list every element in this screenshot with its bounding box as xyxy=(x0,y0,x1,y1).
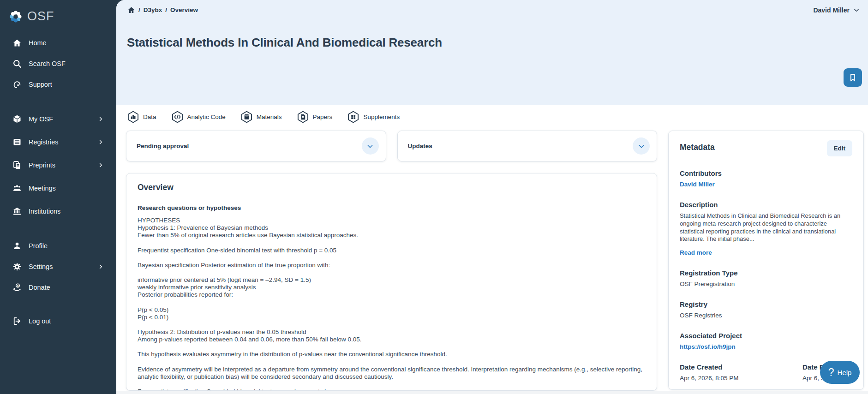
tab-supplements[interactable]: Supplements xyxy=(347,111,400,123)
chevron-right-icon xyxy=(97,139,104,145)
metadata-panel: Metadata Edit Contributors David Miller … xyxy=(668,131,864,390)
registration-type-value: OSF Preregistration xyxy=(680,281,852,287)
pending-approval-expand-button[interactable] xyxy=(362,137,379,155)
sidebar-item-log-out[interactable]: Log out xyxy=(0,310,116,331)
overview-heading: Overview xyxy=(138,183,646,192)
tab-materials[interactable]: Materials xyxy=(241,111,282,123)
code-icon xyxy=(172,111,183,123)
osf-logo[interactable]: OSF xyxy=(0,0,116,27)
registry-section: Registry OSF Registries xyxy=(680,300,852,319)
data-chart-icon xyxy=(127,111,139,123)
resource-tabs: Data Analytic Code Materials xyxy=(116,105,868,123)
sidebar-item-institutions[interactable]: Institutions xyxy=(0,200,116,223)
sidebar-item-label: Meetings xyxy=(29,185,56,192)
sidebar-item-search-osf[interactable]: Search OSF xyxy=(0,53,116,74)
page-bottom-strip xyxy=(116,391,868,394)
page-title: Statistical Methods In Clinical And Biom… xyxy=(127,36,868,50)
breadcrumb: / D3ybx / Overview David Miller xyxy=(116,0,868,14)
chevron-down-icon xyxy=(366,143,374,150)
chevron-right-icon xyxy=(97,263,104,270)
breadcrumb-separator: / xyxy=(138,6,140,13)
associated-project-link[interactable]: https://osf.io/h9jpn xyxy=(680,343,852,350)
tab-label: Data xyxy=(143,113,156,120)
sidebar-item-support[interactable]: Support xyxy=(0,74,116,95)
overview-body: HYPOTHESES Hypothesis 1: Prevalence of B… xyxy=(138,217,646,391)
sidebar-item-donate[interactable]: $ Donate xyxy=(0,277,116,298)
sidebar-item-profile[interactable]: Profile xyxy=(0,235,116,256)
breadcrumb-separator: / xyxy=(165,6,167,13)
overview-paragraph: This hypothesis evaluates asymmetry in t… xyxy=(138,351,646,358)
read-more-link[interactable]: Read more xyxy=(680,249,852,256)
sidebar-item-preprints[interactable]: Preprints xyxy=(0,154,116,177)
osf-logo-text: OSF xyxy=(27,9,54,24)
tab-data[interactable]: Data xyxy=(127,111,156,123)
page-header-band: / D3ybx / Overview David Miller Statisti… xyxy=(116,0,868,105)
metadata-heading: Metadata xyxy=(680,143,715,152)
sidebar-item-label: Donate xyxy=(29,284,50,291)
sidebar: OSF Home Search OSF xyxy=(0,0,116,394)
contributor-link[interactable]: David Miller xyxy=(680,181,852,188)
breadcrumb-current-page: Overview xyxy=(170,6,198,13)
profile-person-icon xyxy=(12,241,22,251)
updates-label: Updates xyxy=(408,143,432,149)
updates-dropdown[interactable]: Updates xyxy=(397,131,658,161)
sidebar-item-label: Support xyxy=(29,81,52,88)
updates-expand-button[interactable] xyxy=(633,137,650,155)
registration-type-label: Registration Type xyxy=(680,269,852,277)
search-icon xyxy=(12,59,22,68)
question-mark-icon: ? xyxy=(828,366,834,379)
sidebar-item-settings[interactable]: Settings xyxy=(0,256,116,277)
meetings-people-icon xyxy=(12,184,22,193)
overview-paragraph: Frequentist specification One-sided bino… xyxy=(138,247,646,254)
user-name: David Miller xyxy=(813,6,850,14)
overview-paragraph: Frequentist specification One-sided bino… xyxy=(138,388,646,391)
edit-metadata-button[interactable]: Edit xyxy=(827,140,853,156)
support-headset-icon xyxy=(12,80,22,89)
cube-icon xyxy=(12,114,22,124)
home-icon[interactable] xyxy=(127,6,135,14)
tab-analytic-code[interactable]: Analytic Code xyxy=(172,111,226,123)
user-menu[interactable]: David Miller xyxy=(813,6,860,14)
bookmark-button[interactable] xyxy=(844,68,862,87)
registry-label: Registry xyxy=(680,300,852,308)
chevron-right-icon xyxy=(97,162,104,168)
papers-document-icon xyxy=(297,111,309,123)
date-created-label: Date Created xyxy=(680,363,802,371)
sidebar-item-label: Search OSF xyxy=(29,60,66,67)
registries-list-icon xyxy=(12,137,22,147)
institutions-bank-icon xyxy=(12,207,22,216)
sidebar-item-registries[interactable]: Registries xyxy=(0,131,116,154)
sidebar-item-my-osf[interactable]: My OSF xyxy=(0,107,116,131)
chevron-down-icon xyxy=(853,7,860,13)
logout-icon xyxy=(12,316,22,326)
sidebar-item-home[interactable]: Home xyxy=(0,32,116,53)
pending-approval-label: Pending approval xyxy=(137,143,189,149)
materials-box-icon xyxy=(241,111,252,123)
sidebar-item-label: Institutions xyxy=(29,208,60,215)
contributors-label: Contributors xyxy=(680,169,852,177)
sidebar-item-meetings[interactable]: Meetings xyxy=(0,177,116,200)
registration-type-section: Registration Type OSF Preregistration xyxy=(680,269,852,287)
sidebar-item-label: Profile xyxy=(29,242,48,250)
main-area: / D3ybx / Overview David Miller Statisti… xyxy=(116,0,868,394)
date-created-value: Apr 6, 2026, 8:05 PM xyxy=(680,375,802,382)
app-window: OSF Home Search OSF xyxy=(0,0,868,394)
overview-paragraph: Hypothesis 2: Distribution of p-values n… xyxy=(138,328,646,343)
breadcrumb-project-link[interactable]: D3ybx xyxy=(144,6,162,13)
help-button[interactable]: ? Help xyxy=(820,361,860,384)
description-text: Statistical Methods in Clinical and Biom… xyxy=(680,212,852,243)
overview-paragraph: P(p < 0.05) P(p < 0.01) xyxy=(138,306,646,321)
associated-project-section: Associated Project https://osf.io/h9jpn xyxy=(680,332,852,350)
overview-panel: Overview Research questions or hypothese… xyxy=(126,173,657,391)
associated-project-label: Associated Project xyxy=(680,332,852,340)
sidebar-item-label: Preprints xyxy=(29,161,55,169)
description-label: Description xyxy=(680,201,852,209)
bookmark-icon xyxy=(848,72,858,83)
overview-section-heading: Research questions or hypotheses xyxy=(138,204,646,211)
sidebar-item-label: Settings xyxy=(29,263,53,270)
gear-icon xyxy=(12,262,22,271)
pending-approval-dropdown[interactable]: Pending approval xyxy=(126,131,386,161)
overview-paragraph: Bayesian specification Posterior estimat… xyxy=(138,262,646,269)
sidebar-item-label: Home xyxy=(29,39,47,47)
tab-papers[interactable]: Papers xyxy=(297,111,333,123)
